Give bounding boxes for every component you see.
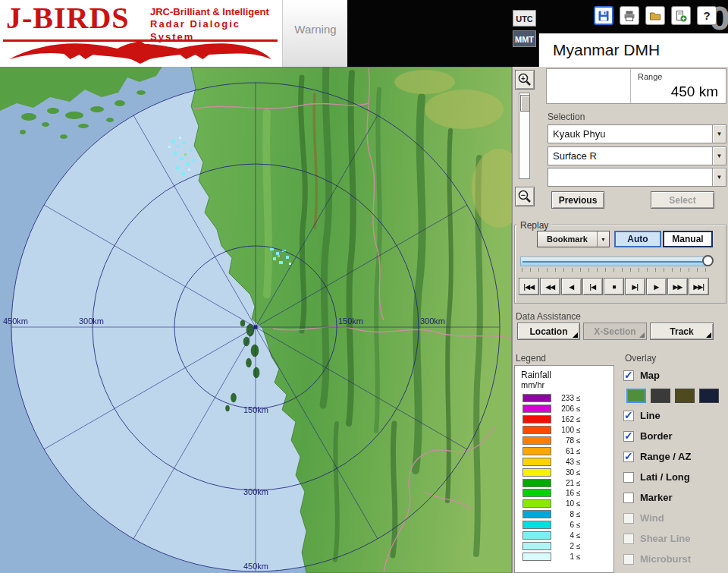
radar-map[interactable]: 450km 300km 150km 300km 150km 300km 450k…	[0, 67, 512, 573]
legend-row: 8≤	[515, 509, 613, 520]
legend-value: 233	[554, 394, 574, 402]
zoom-slider-thumb[interactable]	[520, 95, 530, 112]
location-button[interactable]: Location	[517, 323, 580, 340]
legend-lte-sign: ≤	[576, 468, 581, 477]
timeline-thumb[interactable]	[702, 255, 714, 266]
chevron-down-icon[interactable]: ▼	[712, 147, 726, 165]
legend-color-swatch	[522, 447, 551, 455]
checkbox-marker[interactable]	[623, 493, 634, 503]
legend-row: 233≤	[515, 393, 613, 404]
checkbox-lati-long[interactable]	[623, 472, 634, 483]
legend-color-swatch	[522, 542, 551, 550]
map-style-navy[interactable]	[699, 389, 719, 403]
legend-value: 61	[554, 447, 574, 455]
range-label: Range	[638, 72, 662, 81]
print-icon	[623, 10, 635, 22]
legend-value: 6	[554, 521, 574, 529]
zoom-in-button[interactable]: +	[515, 70, 535, 90]
logo-panel: J-BIRDS JRC-Brilliant & Intelligent Rada…	[0, 0, 282, 67]
play-reverse-button[interactable]: ◀	[561, 278, 582, 295]
stop-button[interactable]: ■	[604, 278, 624, 295]
overlay-item-label: Map	[640, 370, 660, 381]
map-style-terrain[interactable]	[626, 389, 646, 403]
product-dropdown[interactable]: Surface R ▼	[548, 146, 726, 165]
save-icon	[598, 10, 610, 22]
legend-row: 162≤	[515, 414, 613, 425]
ring-label: 300km	[243, 487, 268, 496]
zoom-out-button[interactable]: −	[515, 187, 535, 206]
overlay-label: Overlay	[625, 353, 656, 364]
open-folder-button[interactable]	[645, 6, 665, 25]
utc-button[interactable]: UTC	[513, 10, 536, 27]
previous-button[interactable]: Previous	[551, 191, 604, 209]
xsection-button[interactable]: X-Section	[583, 323, 647, 340]
checkbox-wind	[623, 513, 634, 524]
checkbox-border[interactable]	[623, 431, 634, 442]
legend-color-swatch	[522, 531, 551, 540]
legend-color-swatch	[522, 553, 551, 561]
legend-color-swatch	[522, 510, 551, 518]
skip-last-button[interactable]: ▶▶|	[689, 278, 709, 295]
auto-mode-button[interactable]: Auto	[614, 231, 661, 247]
play-button[interactable]: ▶	[646, 278, 667, 295]
overlay-item-line[interactable]: Line	[623, 405, 728, 426]
overlay-item-label: Line	[640, 410, 661, 421]
legend-lte-sign: ≤	[576, 542, 581, 550]
legend-row: 4≤	[515, 530, 613, 541]
map-style-dark[interactable]	[651, 389, 670, 403]
print-button[interactable]	[620, 6, 639, 25]
overlay-item-marker[interactable]: Marker	[623, 487, 728, 508]
overlay-item-border[interactable]: Border	[623, 426, 728, 446]
chevron-down-icon[interactable]: ▼	[712, 168, 726, 186]
site-dropdown[interactable]: Kyauk Phyu ▼	[548, 124, 726, 143]
ring-label: 450km	[243, 562, 268, 571]
option-dropdown[interactable]: ▼	[548, 168, 726, 187]
data-assistance-label: Data Assistance	[516, 311, 581, 322]
select-button[interactable]: Select	[651, 191, 714, 209]
legend-row: 16≤	[515, 488, 613, 499]
step-forward-button[interactable]: ▶|	[625, 278, 645, 295]
svg-text:−: −	[521, 190, 526, 200]
overlay-item-map[interactable]: Map	[623, 365, 728, 386]
bookmark-button[interactable]: Bookmark ▼	[537, 231, 610, 247]
toolbar: ?	[594, 6, 717, 25]
overlay-item-lati-long[interactable]: Lati / Long	[623, 467, 728, 487]
warning-label: Warning	[283, 23, 348, 36]
checkbox-microburst	[623, 554, 634, 565]
help-button[interactable]: ?	[697, 6, 717, 25]
legend-value: 30	[554, 468, 574, 477]
overlay-item-range-az[interactable]: Range / AZ	[623, 446, 728, 467]
logo-tagline-line1: JRC-Brilliant & Intelligent	[150, 6, 282, 18]
step-back-button[interactable]: |◀	[582, 278, 603, 295]
replay-timeline-slider[interactable]	[520, 257, 710, 266]
warning-panel[interactable]: Warning	[282, 0, 349, 67]
manual-mode-button[interactable]: Manual	[663, 231, 713, 247]
mmt-button[interactable]: MMT	[513, 30, 536, 47]
fast-forward-button[interactable]: ▶▶	[667, 278, 688, 295]
overlay-item-label: Shear Line	[640, 533, 690, 544]
overlay-item-label: Microburst	[640, 553, 691, 565]
export-button[interactable]	[671, 6, 691, 25]
legend-color-swatch	[522, 499, 551, 508]
legend-value: 16	[554, 489, 574, 497]
legend-color-swatch	[522, 394, 551, 402]
checkbox-map[interactable]	[623, 370, 634, 381]
track-button[interactable]: Track	[650, 323, 714, 340]
chevron-down-icon[interactable]: ▼	[597, 231, 609, 247]
legend-row: 1≤	[515, 551, 613, 562]
skip-first-button[interactable]: |◀◀	[519, 278, 539, 295]
range-divider	[630, 69, 631, 103]
save-button[interactable]	[594, 6, 613, 25]
checkbox-line[interactable]	[623, 411, 634, 421]
map-style-olive[interactable]	[675, 389, 695, 403]
station-panel: Myanmar DMH	[538, 33, 728, 67]
legend-row: 2≤	[515, 540, 613, 551]
app-logo-text: J-BIRDS	[6, 0, 130, 36]
zoom-slider[interactable]	[519, 93, 530, 179]
chevron-down-icon[interactable]: ▼	[712, 125, 726, 143]
rewind-button[interactable]: ◀◀	[540, 278, 560, 295]
timeline-track-line	[522, 261, 708, 263]
legend-value: 206	[554, 405, 574, 413]
overlay-item-label: Border	[640, 430, 673, 442]
checkbox-range-az[interactable]	[623, 452, 634, 462]
